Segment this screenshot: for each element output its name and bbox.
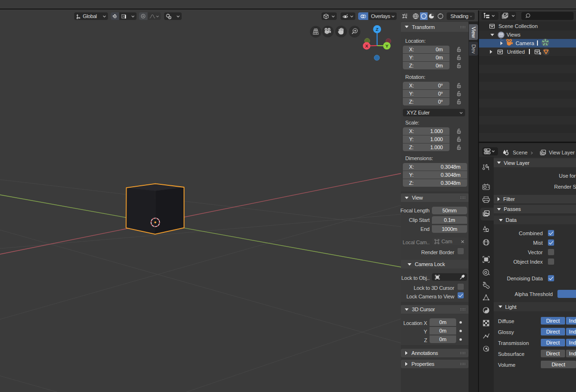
svg-text:6: 6 bbox=[539, 52, 541, 55]
svg-text:X: X bbox=[365, 43, 369, 48]
svg-text:Z: Z bbox=[376, 27, 379, 32]
svg-text:Y: Y bbox=[385, 43, 389, 48]
